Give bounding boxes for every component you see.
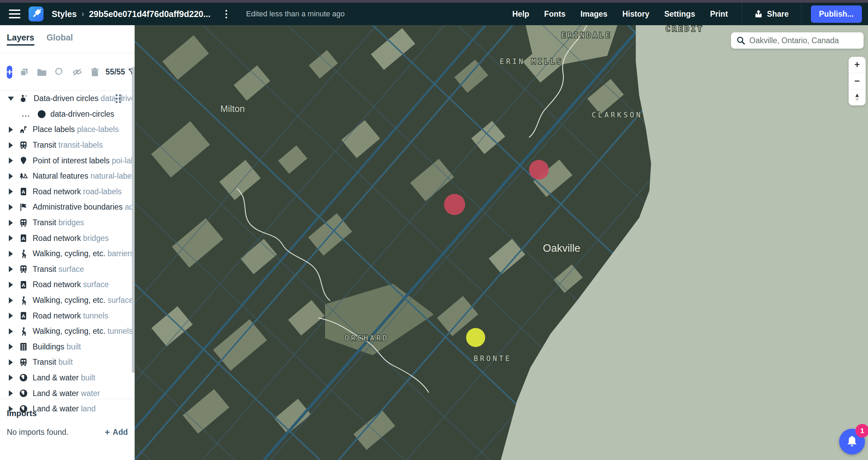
app-header: Styles › 29b5e0e071d4f76d0aff9d220... Ed… [0,3,868,25]
caret-right-icon[interactable] [9,127,13,133]
svg-text:A: A [22,313,25,319]
layer-row[interactable]: Transit transit-labels [0,137,132,153]
layer-row[interactable]: Natural features natural-labels [0,168,132,184]
caret-right-icon[interactable] [9,158,13,164]
style-title[interactable]: 29b5e0e071d4f76d0aff9d220... [89,9,210,19]
layer-name: Place labels place-labels [33,125,119,134]
caret-right-icon[interactable] [9,204,13,210]
map-canvas[interactable]: ERINDALECREDITERIN MILLSMiltonCLARKSONOa… [135,25,868,460]
zoom-in-button[interactable]: + [849,57,866,73]
caret-right-icon[interactable] [9,390,13,396]
drag-handle-icon[interactable] [116,94,121,103]
layer-id: tunnels [83,311,108,320]
caret-right-icon[interactable] [9,235,13,241]
menu-icon[interactable] [9,10,20,18]
nav-item-history[interactable]: History [622,10,649,19]
caret-right-icon[interactable] [9,328,13,334]
globe-icon [19,373,28,382]
nav-item-help[interactable]: Help [512,10,529,19]
layer-row[interactable]: ARoad network surface [0,277,132,293]
layer-id: poi-labels [112,156,132,165]
sidebar-tabs: Layers Global [0,25,135,46]
add-layer-button[interactable]: + [7,66,12,79]
road-icon: A [19,311,28,320]
place-icon [19,125,28,134]
caret-right-icon[interactable] [9,251,13,257]
transit-icon [19,141,28,150]
data-driven-circle[interactable] [529,160,549,180]
caret-right-icon[interactable] [9,188,13,195]
nav-item-images[interactable]: Images [580,10,607,19]
nav-item-fonts[interactable]: Fonts [544,10,566,19]
layer-name: Land & water water [33,389,100,398]
tab-global[interactable]: Global [47,33,73,46]
layer-id: road-labels [83,187,122,196]
layers-toolbar: + 55/55 [0,53,135,91]
data-driven-circle[interactable] [444,194,465,215]
layer-row[interactable]: Transit built [0,355,132,370]
layer-id: barriers-bridges [107,249,132,258]
transit-icon [19,358,28,367]
notification-badge[interactable]: 1 [855,424,868,438]
layer-id: natural-labels [90,171,132,180]
layer-row[interactable]: Transit surface [0,262,132,277]
add-import-button[interactable]: + Add [105,427,128,438]
mapbox-studio-logo[interactable] [29,6,44,21]
tab-layers[interactable]: Layers [7,33,34,46]
layer-row[interactable]: Place labels place-labels [0,122,132,137]
zoom-out-button[interactable]: − [849,73,866,89]
data-driven-circle[interactable] [466,328,485,347]
publish-button[interactable]: Publish... [811,5,862,23]
overflow-indicator[interactable]: ... [22,110,30,119]
layer-row[interactable]: Transit bridges [0,215,132,231]
svg-text:A: A [22,235,25,241]
caret-right-icon[interactable] [9,297,13,303]
layer-row[interactable]: Data-driven circles data-driven-ci [0,91,132,106]
layer-row[interactable]: Walking, cycling, etc. surface [0,293,132,308]
share-button[interactable]: Share [742,3,801,25]
layer-row[interactable]: Point of interest labels poi-labels [0,153,132,168]
hide-layer-eye-off-icon[interactable] [72,67,82,77]
chevron-right-icon: › [82,9,84,19]
caret-right-icon[interactable] [9,266,13,272]
duplicate-layer-icon[interactable] [19,67,29,77]
search-input[interactable] [749,36,858,45]
select-on-map-icon[interactable] [54,67,65,77]
layer-row[interactable]: ARoad network tunnels [0,308,132,324]
layer-filter[interactable]: 55/55 [105,67,136,77]
layer-row-child[interactable]: ...data-driven-circles [0,106,132,122]
layer-row[interactable]: ARoad network road-labels [0,184,132,200]
layer-row[interactable]: ARoad network bridges [0,230,132,246]
caret-right-icon[interactable] [9,142,13,148]
delete-layer-trash-icon[interactable] [90,67,100,77]
caret-right-icon[interactable] [9,359,13,365]
transit-icon [19,265,28,274]
geocoder-search[interactable] [731,32,864,49]
caret-right-icon[interactable] [9,173,13,179]
layer-id: bridges [58,218,84,227]
flag-icon [19,203,28,212]
style-options-kebab-icon[interactable] [223,8,229,20]
sidebar-scrollbar[interactable] [132,67,135,373]
share-label: Share [767,10,789,19]
layer-row[interactable]: Land & water built [0,370,132,386]
nav-item-settings[interactable]: Settings [664,10,695,19]
caret-right-icon[interactable] [9,220,13,226]
caret-down-icon[interactable] [8,97,14,101]
layer-row[interactable]: Administrative boundaries admin [0,199,132,215]
breadcrumb-styles-link[interactable]: Styles [52,9,77,19]
caret-right-icon[interactable] [9,375,13,381]
compass-button[interactable]: ▲ ▼ [849,89,866,105]
layer-row[interactable]: Walking, cycling, etc. barriers-bridges [0,246,132,262]
layer-row[interactable]: Buildings built [0,339,132,355]
caret-right-icon[interactable] [9,282,13,288]
nav-item-print[interactable]: Print [710,10,728,19]
layer-row[interactable]: Walking, cycling, etc. tunnels [0,324,132,339]
group-folder-icon[interactable] [37,67,47,77]
share-icon [754,9,763,19]
map-label: ORCHARD [345,334,389,342]
layer-name: Transit bridges [33,218,84,227]
caret-right-icon[interactable] [9,344,13,350]
header-nav: HelpFontsImagesHistorySettingsPrint [512,10,742,19]
caret-right-icon[interactable] [9,313,13,319]
